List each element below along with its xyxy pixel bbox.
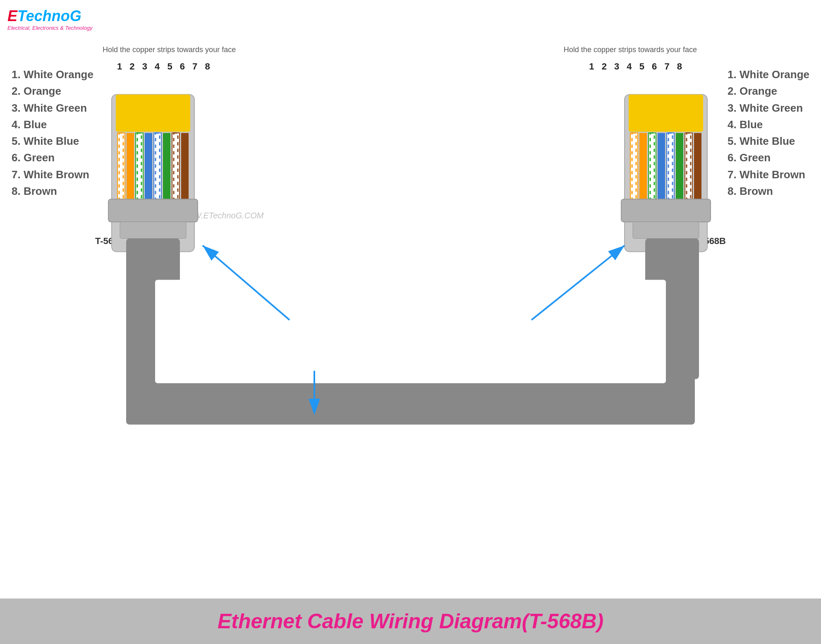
list-item: 7. White Brown — [728, 166, 809, 183]
list-item: 8. Brown — [728, 183, 809, 199]
svg-rect-34 — [645, 239, 699, 379]
svg-rect-28 — [687, 133, 691, 199]
pin-numbers-left: 1 2 3 4 5 6 7 8 — [117, 61, 213, 72]
svg-rect-17 — [629, 95, 703, 132]
list-item: 8. Brown — [12, 183, 93, 199]
pin-numbers-right: 1 2 3 4 5 6 7 8 — [589, 61, 685, 72]
svg-rect-11 — [172, 133, 180, 199]
t568b-label-left: T-568B — [95, 236, 125, 247]
svg-rect-31 — [633, 222, 699, 239]
watermark: WWW.ETechnoG.COM — [178, 211, 263, 220]
wire-list-left: 1. White Orange 2. Orange 3. White Green… — [12, 66, 93, 199]
svg-rect-10 — [163, 133, 170, 199]
svg-rect-32 — [126, 239, 180, 379]
svg-rect-27 — [685, 133, 692, 199]
banner-text: Ethernet Cable Wiring Diagram(T-568B) — [218, 609, 603, 633]
list-item: 1. White Orange — [728, 66, 809, 83]
svg-rect-30 — [621, 199, 711, 222]
svg-rect-6 — [137, 133, 141, 199]
svg-rect-2 — [117, 133, 125, 199]
svg-rect-9 — [156, 133, 160, 199]
svg-rect-25 — [668, 133, 673, 199]
svg-rect-5 — [136, 133, 143, 199]
svg-rect-7 — [145, 133, 152, 199]
svg-rect-29 — [694, 133, 701, 199]
list-item: 4. Blue — [728, 116, 809, 133]
svg-rect-23 — [658, 133, 665, 199]
logo-e: E — [7, 7, 17, 24]
list-item: 3. White Green — [728, 100, 809, 116]
svg-rect-18 — [630, 133, 638, 199]
caption-left: Hold the copper strips towards your face — [103, 45, 236, 54]
list-item: 2. Orange — [12, 83, 93, 99]
svg-rect-21 — [649, 133, 656, 199]
svg-rect-33 — [126, 371, 695, 425]
svg-rect-4 — [127, 133, 134, 199]
list-item: 2. Orange — [728, 83, 809, 99]
t568b-label-right: T-568B — [696, 236, 726, 247]
svg-rect-15 — [120, 222, 186, 239]
svg-line-37 — [531, 246, 625, 320]
rj45-label: RJ45 Connector — [347, 298, 430, 311]
list-item: 6. Green — [12, 149, 93, 166]
list-item: 4. Blue — [12, 116, 93, 133]
caption-right: Hold the copper strips towards your face — [564, 45, 697, 54]
svg-rect-22 — [650, 133, 654, 199]
svg-rect-24 — [667, 133, 674, 199]
svg-rect-19 — [632, 133, 636, 199]
bottom-banner: Ethernet Cable Wiring Diagram(T-568B) — [0, 599, 821, 644]
svg-rect-26 — [676, 133, 683, 199]
logo-subtitle: Electrical, Electronics & Technology — [7, 25, 92, 31]
list-item: 6. Green — [728, 149, 809, 166]
svg-rect-16 — [625, 95, 707, 252]
logo-technog: TechnoG — [17, 7, 81, 24]
ethernet-label: Ethernet Cable — [347, 364, 423, 377]
list-item: 5. White Blue — [12, 133, 93, 149]
list-item: 5. White Blue — [728, 133, 809, 149]
list-item: 1. White Orange — [12, 66, 93, 83]
svg-rect-12 — [174, 133, 178, 199]
svg-rect-20 — [639, 133, 647, 199]
list-item: 7. White Brown — [12, 166, 93, 183]
svg-rect-8 — [154, 133, 161, 199]
svg-rect-1 — [116, 95, 190, 132]
svg-rect-3 — [119, 133, 123, 199]
svg-line-36 — [203, 246, 290, 320]
logo: ETechnoG Electrical, Electronics & Techn… — [7, 7, 92, 31]
wire-list-right: 1. White Orange 2. Orange 3. White Green… — [728, 66, 809, 199]
diagram-svg — [0, 0, 821, 644]
list-item: 3. White Green — [12, 100, 93, 116]
svg-rect-0 — [112, 95, 194, 252]
svg-rect-13 — [181, 133, 189, 199]
